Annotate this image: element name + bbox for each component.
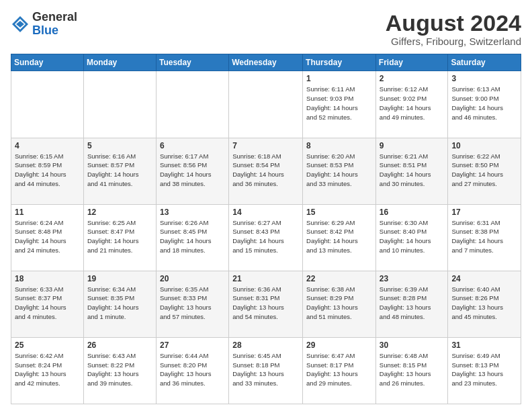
day-number: 3 [451, 74, 517, 83]
day-info: Sunrise: 6:13 AM Sunset: 9:00 PM Dayligh… [451, 85, 517, 122]
cell-w1-d2 [83, 71, 156, 138]
day-number: 2 [380, 74, 445, 83]
day-number: 11 [15, 208, 80, 217]
week-row-1: 1Sunrise: 6:11 AM Sunset: 9:03 PM Daylig… [11, 71, 521, 138]
calendar-table: Sunday Monday Tuesday Wednesday Thursday… [11, 54, 521, 404]
title-block: August 2024 Giffers, Fribourg, Switzerla… [386, 11, 521, 47]
day-info: Sunrise: 6:42 AM Sunset: 8:24 PM Dayligh… [15, 351, 80, 388]
header: General Blue August 2024 Giffers, Fribou… [11, 11, 521, 47]
logo-icon [11, 15, 30, 34]
day-number: 16 [380, 208, 445, 217]
cell-w1-d6: 2Sunrise: 6:12 AM Sunset: 9:02 PM Daylig… [375, 71, 448, 138]
day-number: 24 [451, 274, 517, 283]
day-info: Sunrise: 6:30 AM Sunset: 8:40 PM Dayligh… [380, 218, 445, 255]
day-info: Sunrise: 6:29 AM Sunset: 8:42 PM Dayligh… [306, 218, 372, 255]
day-number: 20 [160, 274, 225, 283]
day-number: 10 [451, 141, 517, 150]
day-number: 1 [306, 74, 372, 83]
cell-w5-d2: 26Sunrise: 6:43 AM Sunset: 8:22 PM Dayli… [83, 337, 156, 404]
cell-w4-d4: 21Sunrise: 6:36 AM Sunset: 8:31 PM Dayli… [229, 271, 303, 337]
day-info: Sunrise: 6:39 AM Sunset: 8:28 PM Dayligh… [380, 285, 445, 322]
col-saturday: Saturday [448, 54, 521, 71]
day-info: Sunrise: 6:16 AM Sunset: 8:57 PM Dayligh… [87, 152, 152, 189]
cell-w4-d7: 24Sunrise: 6:40 AM Sunset: 8:26 PM Dayli… [448, 271, 521, 337]
cell-w3-d2: 12Sunrise: 6:25 AM Sunset: 8:47 PM Dayli… [83, 204, 156, 271]
cell-w4-d2: 19Sunrise: 6:34 AM Sunset: 8:35 PM Dayli… [83, 271, 156, 337]
calendar-header: Sunday Monday Tuesday Wednesday Thursday… [11, 54, 521, 71]
day-number: 8 [306, 141, 372, 150]
day-number: 14 [232, 208, 299, 217]
cell-w3-d3: 13Sunrise: 6:26 AM Sunset: 8:45 PM Dayli… [156, 204, 228, 271]
cell-w2-d5: 8Sunrise: 6:20 AM Sunset: 8:53 PM Daylig… [303, 138, 376, 204]
day-info: Sunrise: 6:38 AM Sunset: 8:29 PM Dayligh… [306, 285, 372, 322]
day-info: Sunrise: 6:45 AM Sunset: 8:18 PM Dayligh… [232, 351, 299, 388]
day-number: 15 [306, 208, 372, 217]
day-number: 30 [380, 340, 445, 350]
cell-w3-d4: 14Sunrise: 6:27 AM Sunset: 8:43 PM Dayli… [229, 204, 303, 271]
day-number: 27 [160, 340, 225, 350]
col-wednesday: Wednesday [229, 54, 303, 71]
day-info: Sunrise: 6:17 AM Sunset: 8:56 PM Dayligh… [160, 152, 225, 189]
cell-w3-d7: 17Sunrise: 6:31 AM Sunset: 8:38 PM Dayli… [448, 204, 521, 271]
day-number: 6 [160, 141, 225, 150]
cell-w2-d1: 4Sunrise: 6:15 AM Sunset: 8:59 PM Daylig… [11, 138, 84, 204]
cell-w2-d7: 10Sunrise: 6:22 AM Sunset: 8:50 PM Dayli… [448, 138, 521, 204]
day-info: Sunrise: 6:24 AM Sunset: 8:48 PM Dayligh… [15, 218, 80, 255]
day-number: 19 [87, 274, 152, 283]
day-number: 4 [15, 141, 80, 150]
cell-w4-d3: 20Sunrise: 6:35 AM Sunset: 8:33 PM Dayli… [156, 271, 228, 337]
cell-w5-d6: 30Sunrise: 6:48 AM Sunset: 8:15 PM Dayli… [375, 337, 448, 404]
cell-w2-d3: 6Sunrise: 6:17 AM Sunset: 8:56 PM Daylig… [156, 138, 228, 204]
week-row-4: 18Sunrise: 6:33 AM Sunset: 8:37 PM Dayli… [11, 271, 521, 337]
day-number: 29 [306, 340, 372, 350]
day-number: 7 [232, 141, 299, 150]
logo: General Blue [11, 11, 77, 38]
col-friday: Friday [375, 54, 448, 71]
cell-w1-d1 [11, 71, 84, 138]
day-info: Sunrise: 6:36 AM Sunset: 8:31 PM Dayligh… [232, 285, 299, 322]
day-info: Sunrise: 6:25 AM Sunset: 8:47 PM Dayligh… [87, 218, 152, 255]
cell-w3-d6: 16Sunrise: 6:30 AM Sunset: 8:40 PM Dayli… [375, 204, 448, 271]
location: Giffers, Fribourg, Switzerland [386, 36, 521, 47]
header-row: Sunday Monday Tuesday Wednesday Thursday… [11, 54, 521, 71]
day-info: Sunrise: 6:21 AM Sunset: 8:51 PM Dayligh… [380, 152, 445, 189]
cell-w2-d2: 5Sunrise: 6:16 AM Sunset: 8:57 PM Daylig… [83, 138, 156, 204]
day-number: 25 [15, 340, 80, 350]
logo-text: General Blue [32, 11, 77, 38]
col-tuesday: Tuesday [156, 54, 228, 71]
day-info: Sunrise: 6:48 AM Sunset: 8:15 PM Dayligh… [380, 351, 445, 388]
day-info: Sunrise: 6:20 AM Sunset: 8:53 PM Dayligh… [306, 152, 372, 189]
day-number: 13 [160, 208, 225, 217]
day-info: Sunrise: 6:35 AM Sunset: 8:33 PM Dayligh… [160, 285, 225, 322]
day-number: 21 [232, 274, 299, 283]
logo-blue-text: Blue [32, 24, 77, 38]
day-number: 12 [87, 208, 152, 217]
cell-w2-d4: 7Sunrise: 6:18 AM Sunset: 8:54 PM Daylig… [229, 138, 303, 204]
cell-w1-d4 [229, 71, 303, 138]
cell-w5-d4: 28Sunrise: 6:45 AM Sunset: 8:18 PM Dayli… [229, 337, 303, 404]
day-number: 9 [380, 141, 445, 150]
day-info: Sunrise: 6:18 AM Sunset: 8:54 PM Dayligh… [232, 152, 299, 189]
cell-w5-d5: 29Sunrise: 6:47 AM Sunset: 8:17 PM Dayli… [303, 337, 376, 404]
day-info: Sunrise: 6:34 AM Sunset: 8:35 PM Dayligh… [87, 285, 152, 322]
day-info: Sunrise: 6:26 AM Sunset: 8:45 PM Dayligh… [160, 218, 225, 255]
cell-w4-d5: 22Sunrise: 6:38 AM Sunset: 8:29 PM Dayli… [303, 271, 376, 337]
day-info: Sunrise: 6:40 AM Sunset: 8:26 PM Dayligh… [451, 285, 517, 322]
col-thursday: Thursday [303, 54, 376, 71]
day-number: 5 [87, 141, 152, 150]
day-info: Sunrise: 6:15 AM Sunset: 8:59 PM Dayligh… [15, 152, 80, 189]
page: General Blue August 2024 Giffers, Fribou… [0, 0, 532, 411]
day-number: 31 [451, 340, 517, 350]
day-info: Sunrise: 6:22 AM Sunset: 8:50 PM Dayligh… [451, 152, 517, 189]
week-row-5: 25Sunrise: 6:42 AM Sunset: 8:24 PM Dayli… [11, 337, 521, 404]
day-info: Sunrise: 6:27 AM Sunset: 8:43 PM Dayligh… [232, 218, 299, 255]
day-info: Sunrise: 6:33 AM Sunset: 8:37 PM Dayligh… [15, 285, 80, 322]
week-row-3: 11Sunrise: 6:24 AM Sunset: 8:48 PM Dayli… [11, 204, 521, 271]
col-sunday: Sunday [11, 54, 84, 71]
day-info: Sunrise: 6:12 AM Sunset: 9:02 PM Dayligh… [380, 85, 445, 122]
day-info: Sunrise: 6:11 AM Sunset: 9:03 PM Dayligh… [306, 85, 372, 122]
cell-w2-d6: 9Sunrise: 6:21 AM Sunset: 8:51 PM Daylig… [375, 138, 448, 204]
calendar-body: 1Sunrise: 6:11 AM Sunset: 9:03 PM Daylig… [11, 71, 521, 404]
day-info: Sunrise: 6:47 AM Sunset: 8:17 PM Dayligh… [306, 351, 372, 388]
week-row-2: 4Sunrise: 6:15 AM Sunset: 8:59 PM Daylig… [11, 138, 521, 204]
